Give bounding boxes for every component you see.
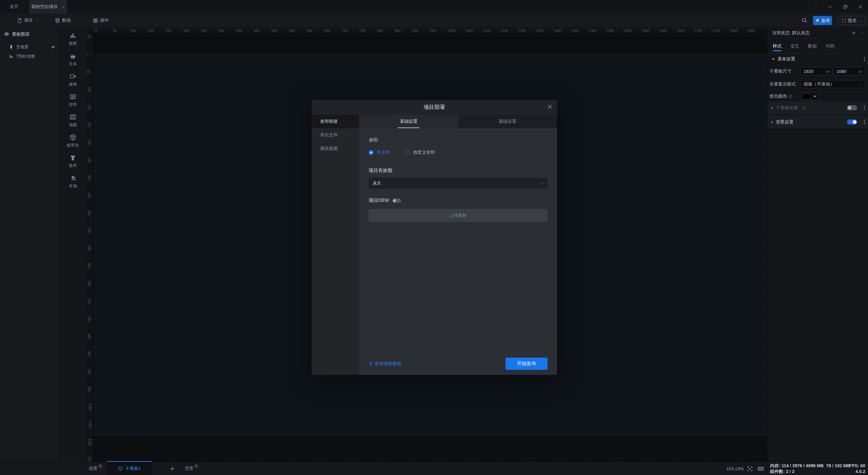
tab-close-icon[interactable] — [61, 5, 65, 9]
search-icon[interactable] — [802, 17, 807, 23]
radio-unselected-icon — [405, 150, 410, 155]
menu-project[interactable]: 项目 — [17, 14, 38, 27]
tab-advanced-settings[interactable]: 高级设置 — [458, 115, 557, 128]
toolbar-item-map[interactable]: 地图 — [59, 111, 86, 130]
fill-color-label: 填充颜色 — [769, 93, 787, 99]
ruler-tick-label: 600 — [307, 29, 313, 33]
tab-interaction[interactable]: 交互 — [790, 39, 799, 53]
basic-settings-header[interactable]: 基本设置 — [767, 54, 868, 64]
upload-material-button[interactable]: 上传素材 — [369, 209, 548, 222]
validity-select[interactable]: 永久 — [369, 178, 548, 189]
toolbar-item-digital-twin[interactable]: 鲸孪生 — [59, 132, 86, 151]
help-icon[interactable]: ? — [789, 94, 793, 98]
background-section[interactable]: 背景设置 — [767, 115, 868, 129]
ruler-tick-label: 400 — [87, 192, 91, 198]
add-circle-icon[interactable] — [194, 464, 198, 468]
ruler-tick-label: 700 — [342, 29, 348, 33]
toolbar-item-kits[interactable]: 套件 — [59, 152, 86, 171]
tab-home-label: 首页 — [10, 4, 19, 10]
chevron-right-icon[interactable] — [861, 31, 864, 35]
px-unit-label: px — [826, 69, 832, 73]
fill-color-picker[interactable] — [801, 92, 818, 100]
board-width-input[interactable]: px — [801, 67, 832, 75]
board-height-input[interactable]: px — [833, 67, 865, 75]
radio-no-watermark[interactable]: 无水印 — [369, 149, 390, 155]
ruler-tick-label: 1500 — [624, 29, 632, 33]
add-state-icon[interactable] — [851, 31, 856, 35]
restore-icon[interactable] — [837, 0, 853, 14]
publish-button[interactable]: 发布 — [813, 16, 832, 25]
tab-home[interactable]: 首页 — [0, 0, 28, 14]
layer-item-tbar-chart[interactable]: T型柱状图 — [0, 52, 59, 61]
foreground-button[interactable]: 前景 — [89, 462, 102, 475]
toolbar-item-media[interactable]: 媒体 — [59, 71, 86, 90]
bottom-bar: 前景 子看板1 背景 103.13% 内存: 114 / 3976 / 4096… — [0, 461, 868, 475]
ruler-tick-label: 1750 — [712, 29, 720, 33]
tab-code[interactable]: 代码 — [826, 39, 834, 53]
eye-off-icon[interactable] — [51, 45, 55, 49]
version-label: 4.0.2 — [849, 469, 865, 474]
ruler-tick-label: 100 — [131, 29, 136, 33]
start-publish-button[interactable]: 开始发布 — [506, 358, 548, 370]
kebab-menu-icon[interactable] — [864, 57, 865, 61]
ruler-tick-label: 850 — [395, 29, 401, 33]
kebab-menu-icon[interactable] — [864, 120, 865, 124]
layer-item-scene[interactable]: 空场景 — [0, 42, 59, 52]
zoom-level[interactable]: 103.13% — [726, 462, 744, 475]
add-board-button[interactable] — [167, 462, 177, 475]
chevron-down-icon — [859, 83, 862, 86]
preview-button[interactable]: 预览 — [838, 16, 865, 25]
tab-data-label: 数据 — [808, 43, 817, 49]
bottom-tick-strip — [86, 457, 767, 459]
paper-plane-icon — [815, 18, 820, 23]
close-icon[interactable] — [853, 0, 868, 14]
menu-data[interactable]: 数据 — [55, 14, 76, 27]
tab-style[interactable]: 样式 — [773, 39, 782, 53]
chevron-down-icon — [73, 19, 76, 22]
fit-view-icon[interactable] — [747, 462, 753, 475]
file-icon — [17, 18, 22, 23]
toolbar-item-charts[interactable]: 图表 — [59, 30, 86, 49]
ruler-tick-label: 1100 — [483, 29, 491, 33]
ruler-tick-label: 700 — [87, 298, 91, 304]
radio-label: 自定义水印 — [413, 149, 435, 155]
modal-close-icon[interactable] — [547, 104, 552, 109]
minimize-icon[interactable] — [822, 0, 837, 14]
layer-item-label: 空场景 — [16, 44, 28, 50]
tab-basic-settings[interactable]: 基础设置 — [359, 115, 458, 128]
ruler-tick-label: 1400 — [589, 29, 596, 33]
radio-custom-watermark[interactable]: 自定义水印 — [405, 149, 435, 155]
oem-toggle[interactable] — [392, 198, 401, 203]
carousel-section[interactable]: 子看板轮播 ? — [767, 101, 868, 114]
nav-item-label: 发布链接 — [320, 118, 338, 125]
board-height-value[interactable] — [834, 69, 859, 74]
display-mode-select[interactable]: 缩放（不滚动） — [801, 80, 865, 88]
board-width-value[interactable] — [801, 69, 826, 74]
menu-actions[interactable]: 操作 — [93, 14, 114, 27]
add-circle-icon[interactable] — [98, 464, 102, 468]
nav-export-file[interactable]: 导出文件 — [312, 128, 359, 142]
carousel-toggle[interactable] — [847, 105, 857, 110]
tab-data[interactable]: 数据 — [808, 39, 817, 53]
background-toggle[interactable] — [847, 119, 857, 125]
chevron-down-icon — [859, 19, 862, 22]
toolbar-item-widgets[interactable]: 控件 — [59, 91, 86, 110]
ruler-tick-label: 200 — [166, 29, 172, 33]
background-button[interactable]: 背景 — [185, 462, 198, 475]
tab-label: 基础设置 — [400, 118, 417, 125]
tutorial-link[interactable]: 发布链接教程 — [369, 361, 401, 367]
tab-project[interactable]: 我的空白项目 — [29, 0, 67, 14]
sub-board-tab[interactable]: 子看板1 — [107, 461, 152, 475]
window-controls — [822, 0, 868, 14]
nav-project-renewal[interactable]: 项目延期 — [312, 142, 359, 155]
toolbar-item-text[interactable]: 文本 — [59, 50, 86, 69]
keyboard-shortcuts-icon[interactable] — [757, 462, 764, 475]
caret-right-icon — [771, 121, 773, 124]
toolbar-item-label: 媒体 — [69, 81, 77, 87]
toolbar-item-local[interactable]: 本地 — [59, 172, 86, 191]
nav-publish-link[interactable]: 发布链接 — [312, 115, 359, 128]
ruler-tick-label: 550 — [289, 29, 295, 33]
validity-label: 项目有效期 — [369, 168, 548, 174]
kebab-menu-icon[interactable] — [864, 106, 865, 110]
ruler-tick-label: 500 — [87, 228, 91, 233]
